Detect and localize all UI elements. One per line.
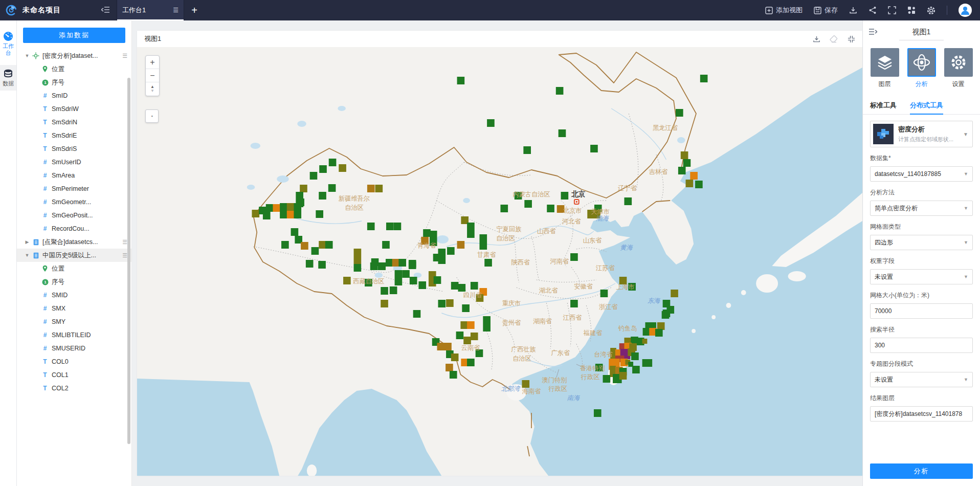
mode-button-图层[interactable]: 图层 (871, 48, 899, 89)
map-view-title: 视图1 (144, 34, 161, 43)
tree-field-row[interactable]: TCOL1 (17, 368, 131, 382)
caret-down-icon[interactable]: ▼ (24, 53, 30, 58)
tree-field-row[interactable]: #RecordCou... (17, 222, 131, 235)
tree-field-row[interactable]: 1序号 (17, 76, 131, 89)
rail-item-data[interactable]: 数据 (0, 65, 16, 91)
share-button[interactable] (868, 6, 877, 14)
field-input[interactable]: [密度分析]datasetcsv_11401878 (870, 406, 973, 422)
user-avatar[interactable] (959, 4, 972, 17)
analyze-button[interactable]: 分析 (870, 463, 973, 479)
field-select[interactable]: 未设置▼ (870, 372, 973, 387)
caret-right-icon[interactable]: ▶ (24, 239, 30, 245)
field-input[interactable]: 70000 (870, 303, 973, 319)
doc-dataset-icon (31, 252, 40, 259)
map-canvas[interactable]: 新疆维吾尔自治区西藏自治区青海省甘肃省宁夏回族自治区内蒙古自治区陕西省山西省河北… (137, 47, 862, 476)
data-panel-scrollbar[interactable] (127, 78, 130, 444)
tree-field-row[interactable]: #SmUserID (17, 156, 131, 169)
tree-field-row[interactable]: #SmPerimeter (17, 182, 131, 195)
tab-menu-icon[interactable]: ☰ (173, 7, 179, 14)
workspace-tab[interactable]: 工作台1 ☰ (117, 0, 184, 20)
tool-selector-card[interactable]: 密度分析 计算点指定邻域形状... ▼ (870, 121, 973, 147)
field-list: 数据集*datasetcsv_1140187885▼分析方法简单点密度分析▼网格… (870, 147, 973, 422)
tree-item-label: COL1 (52, 371, 118, 379)
map-extent-button[interactable]: ▪ (145, 109, 159, 123)
tree-field-row[interactable]: 位置 (17, 62, 131, 76)
apps-grid-button[interactable] (907, 6, 916, 14)
tree-field-row[interactable]: TSmSdriE (17, 129, 131, 142)
tree-dataset-row[interactable]: ▼[密度分析]dataset...☰ (17, 49, 131, 62)
tree-field-row[interactable]: #SmArea (17, 169, 131, 182)
view-collapse-icon[interactable] (848, 35, 855, 43)
download-button[interactable] (849, 6, 857, 14)
density-grid-cell (681, 151, 688, 159)
tree-field-row[interactable]: #SMX (17, 302, 131, 315)
density-grid-cell (619, 372, 627, 380)
field-select[interactable]: datasetcsv_1140187885▼ (870, 166, 973, 182)
density-grid-cell (273, 204, 280, 212)
tree-field-row[interactable]: #SMLIBTILEID (17, 328, 131, 342)
zoom-in-button[interactable]: + (146, 56, 159, 69)
density-grid-cell (676, 109, 683, 117)
mode-button-设置[interactable]: 设置 (944, 48, 973, 89)
tree-field-row[interactable]: TCOL2 (17, 382, 131, 395)
dataset-menu-icon[interactable]: ☰ (122, 239, 127, 246)
project-header: 未命名项目 (23, 0, 117, 20)
tree-field-row[interactable]: #SMID (17, 289, 131, 302)
dataset-menu-icon[interactable]: ☰ (122, 252, 127, 259)
view-download-icon[interactable] (813, 35, 820, 43)
tree-field-row[interactable]: TSmSdriN (17, 116, 131, 129)
save-button[interactable]: 保存 (814, 6, 838, 15)
tree-field-row[interactable]: #SMUSERID (17, 342, 131, 355)
collapse-left-panel-icon[interactable] (101, 6, 109, 15)
tilt-control[interactable]: ▲▼ (146, 82, 159, 96)
tree-dataset-row[interactable]: ▶[点聚合]datasetcs...☰ (17, 235, 131, 249)
add-data-button[interactable]: 添加数据 (23, 28, 125, 43)
tree-field-row[interactable]: #SmGeometr... (17, 195, 131, 209)
settings-button[interactable] (927, 6, 936, 15)
field-select[interactable]: 简单点密度分析▼ (870, 201, 973, 216)
density-grid-cell (447, 247, 455, 255)
view-eraser-icon[interactable] (830, 35, 838, 43)
analysis-form: 密度分析 计算点指定邻域形状... ▼ 数据集*datasetcsv_11401… (863, 115, 980, 456)
text-field-icon: T (40, 119, 50, 126)
tree-field-row[interactable]: #SmID (17, 89, 131, 102)
province-label: 重庆市 (502, 300, 521, 307)
fullscreen-button[interactable] (888, 6, 896, 14)
add-view-button[interactable]: 添加视图 (765, 6, 803, 15)
tree-field-row[interactable]: 位置 (17, 262, 131, 275)
dataset-menu-icon[interactable]: ☰ (122, 53, 127, 59)
tree-field-row[interactable]: #SmGeoPosit... (17, 209, 131, 222)
field-select[interactable]: 四边形▼ (870, 235, 973, 250)
add-tab-button[interactable]: + (184, 5, 205, 16)
tab-分布式工具[interactable]: 分布式工具 (910, 97, 943, 114)
density-grid-cell (386, 259, 393, 267)
density-grid-cell (437, 343, 445, 350)
field-input[interactable]: 300 (870, 338, 973, 353)
density-grid-cell (522, 380, 529, 388)
tree-field-row[interactable]: TSmSdriS (17, 142, 131, 156)
field-select[interactable]: 未设置▼ (870, 269, 973, 284)
collapse-right-panel-icon[interactable] (869, 28, 877, 37)
density-grid-cell (306, 260, 314, 268)
point-dataset-icon (31, 52, 40, 59)
mode-button-分析[interactable]: 分析 (907, 48, 936, 89)
tree-field-row[interactable]: #SMY (17, 315, 131, 328)
tree-dataset-row[interactable]: ▼中国历史5级以上...☰ (17, 249, 131, 262)
tree-item-label: SmPerimeter (52, 185, 118, 192)
density-grid-cell (471, 333, 478, 340)
sea-label: 黄海 (620, 244, 633, 251)
tab-标准工具[interactable]: 标准工具 (870, 97, 897, 114)
density-grid-cell (561, 192, 569, 200)
caret-down-icon[interactable]: ▼ (24, 253, 30, 258)
density-grid-cell (287, 211, 295, 218)
zoom-out-button[interactable]: − (146, 69, 159, 82)
rail-item-workbench[interactable]: 工作台 (0, 28, 16, 60)
tree-item-label: RecordCou... (52, 225, 118, 232)
density-grid-cell (294, 203, 301, 211)
density-grid-cell (311, 247, 319, 255)
tree-field-row[interactable]: TSmSdriW (17, 102, 131, 116)
province-label: 云南省 (461, 344, 480, 351)
density-grid-cell (559, 129, 566, 137)
tree-field-row[interactable]: TCOL0 (17, 355, 131, 368)
tree-field-row[interactable]: 1序号 (17, 275, 131, 289)
